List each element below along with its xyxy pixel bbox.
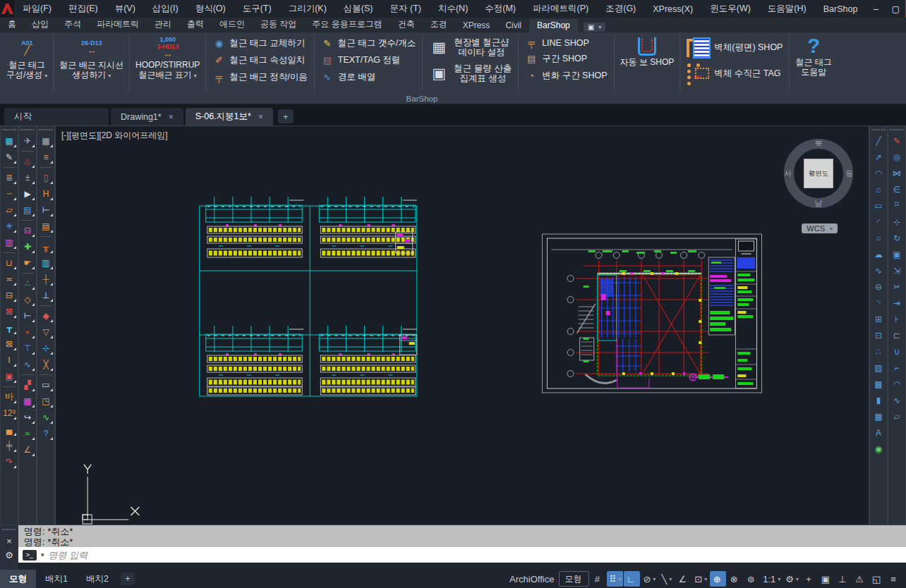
wave2-icon[interactable]: ∿ — [38, 409, 54, 425]
revcloud-icon[interactable]: ☁ — [871, 246, 886, 262]
beam-elevation-icon[interactable]: ⊟ — [1, 287, 17, 303]
chamfer-icon[interactable]: ⌐ — [889, 360, 905, 376]
toolbar-grip[interactable]: •••••• — [39, 126, 54, 133]
dynamic-input-toggle[interactable]: ⊡▾ — [692, 571, 709, 587]
erase-icon[interactable]: ✎ — [889, 133, 905, 149]
menu-item[interactable]: 조경(G) — [597, 0, 644, 18]
layout-tab-1[interactable]: 배치1 — [36, 570, 77, 588]
break-icon[interactable]: ⊏ — [889, 327, 905, 343]
sheet-icon[interactable]: ▭ — [38, 376, 54, 393]
x-box-icon[interactable]: ⊠ — [1, 336, 17, 352]
variable-section-shop-button[interactable]: ◔ 변화 구간 SHOP — [525, 70, 607, 82]
ribbon-tab[interactable]: 공동 작업 — [253, 17, 304, 32]
curve-arrow-icon[interactable]: ↷ — [1, 453, 17, 470]
rebar-tag-match-button[interactable]: ✐ 철근 태그 속성일치 — [212, 54, 307, 66]
isolate-objects-button[interactable]: ▣ — [819, 571, 835, 587]
wave-dots-icon[interactable]: ∿ — [20, 356, 35, 372]
ribbon-tab[interactable]: 관리 — [147, 17, 179, 32]
ribbon-tab[interactable]: 건축 — [390, 17, 423, 32]
blend-icon[interactable]: ∿ — [889, 392, 905, 408]
break-point-icon[interactable]: ⊦ — [889, 311, 905, 327]
command-prompt-icon[interactable]: >_ — [23, 550, 37, 561]
help2-icon[interactable]: ? — [38, 425, 54, 441]
ellipse-arc-icon[interactable]: ◝ — [871, 295, 886, 311]
toolbar-grip[interactable]: •••••• — [2, 126, 17, 133]
joint-icon[interactable]: ┼ — [38, 271, 54, 287]
document-tab[interactable]: Drawing1* × — [111, 108, 183, 125]
ribbon-tab[interactable]: XPress — [455, 19, 498, 32]
menu-item[interactable]: BarShop — [815, 0, 866, 18]
nav-south[interactable]: 남 — [815, 198, 823, 209]
object-snap-tracking-toggle[interactable]: ╲▾ — [658, 571, 675, 587]
i-beam-icon[interactable]: I — [1, 352, 17, 368]
menu-item[interactable]: 파라메트릭(P) — [524, 0, 597, 18]
viewport-label[interactable]: [-][평면도][2D 와이어프레임] — [61, 130, 168, 142]
airplane-icon[interactable]: ✈ — [20, 133, 35, 149]
ribbon-tab[interactable]: 삽입 — [24, 17, 56, 32]
site-rebar-data-button[interactable]: ▦ 현장별 철근샵데이타 설정 — [429, 37, 512, 57]
rebar-list-icon[interactable]: ≣ — [1, 169, 17, 185]
workspace-settings-gear[interactable]: ⚙▾ — [783, 571, 801, 587]
rail-icon[interactable]: ╥ — [38, 238, 54, 255]
isometric-drafting-toggle[interactable]: ∠ — [675, 571, 691, 587]
nav-east[interactable]: 동 — [845, 169, 853, 179]
h-beam-icon[interactable]: H — [38, 185, 54, 202]
menu-item[interactable]: 윈도우(W) — [701, 0, 759, 18]
ribbon-tab[interactable]: 파라메트릭 — [89, 17, 147, 32]
menu-item[interactable]: 뷰(V) — [107, 0, 144, 18]
status-menu-button[interactable]: ≡ — [886, 571, 902, 587]
join-icon[interactable]: ∪ — [889, 343, 905, 360]
view-navigation-wheel[interactable]: 북 동 남 서 평면도 — [784, 139, 853, 208]
ribbon-tab[interactable]: 주석 — [56, 17, 89, 32]
menu-item[interactable]: 형식(O) — [187, 0, 234, 18]
cursor-flash-icon[interactable]: ▶ — [20, 185, 35, 202]
toolbar-grip[interactable]: •••••• — [890, 126, 905, 133]
doc-edit-icon[interactable]: ✎ — [1, 149, 17, 165]
minimize-button[interactable]: – — [866, 0, 886, 18]
color-spectrum-icon[interactable]: ▥ — [1, 234, 17, 250]
person-add-icon[interactable]: ✚ — [20, 238, 35, 255]
layout-tab-model[interactable]: 모형 — [0, 570, 36, 588]
model-space-button[interactable]: 모형 — [559, 571, 589, 587]
menu-item[interactable]: 도구(T) — [234, 0, 280, 18]
wall-plan-shop-button[interactable]: 벽체(평면) SHOP — [687, 37, 783, 57]
nav-top-face[interactable]: 평면도 — [804, 159, 833, 188]
add-layout-button[interactable]: + — [121, 572, 135, 585]
walk-dim-icon[interactable]: ⊢ — [20, 307, 35, 324]
zigzag-icon[interactable]: ≈ — [20, 425, 35, 441]
rebar-tag-count-button[interactable]: ✎ 철근 태그 갯수/개소 — [321, 37, 416, 49]
wall-vertical-tag-button[interactable]: A01 벽체 수직근 TAG — [687, 63, 783, 83]
snap-mode-toggle[interactable]: ⠿▾ — [607, 571, 623, 587]
rebar-leader-create-button[interactable]: 26-D13↔ 철근 배근 지시선 생성하기▾ — [54, 33, 128, 93]
new-tab-button[interactable]: + — [278, 109, 294, 123]
insert-block-icon[interactable]: ⊞ — [871, 311, 886, 327]
wcs-dropdown[interactable]: WCS▾ — [802, 223, 838, 233]
snowflake-icon[interactable]: ✳ — [1, 218, 17, 234]
menu-item[interactable]: 삽입(I) — [144, 0, 187, 18]
ribbon-tab[interactable]: 조경 — [423, 17, 455, 32]
trim-icon[interactable]: ✂ — [889, 278, 905, 295]
point-icon[interactable]: ∴ — [871, 343, 886, 360]
wipeout-icon[interactable]: ▮ — [871, 392, 886, 408]
command-input[interactable] — [49, 550, 902, 561]
col-icon[interactable]: ▤ — [38, 218, 54, 234]
auto-beam-shop-button[interactable]: 자동 보 SHOP — [615, 33, 680, 93]
line-shop-button[interactable]: ╤ LINE SHOP — [525, 37, 607, 48]
green-bars-icon[interactable]: ∴ — [20, 275, 35, 291]
create-block-icon[interactable]: ⊡ — [871, 327, 886, 343]
mirror-icon[interactable]: ⋈ — [889, 165, 905, 181]
diamond-icon[interactable]: ◇ — [20, 291, 35, 307]
column-section-icon[interactable]: ▣ — [1, 368, 17, 384]
table-icon[interactable]: ▦ — [871, 408, 886, 424]
channel-section-icon[interactable]: ⊔ — [1, 255, 17, 271]
object-snap-toggle[interactable]: ⊕ — [710, 571, 726, 587]
rebar-tag-swap-button[interactable]: ◉ 철근 태그 교체하기 — [212, 37, 307, 49]
dotted-square-icon[interactable]: ▫ — [20, 324, 35, 340]
bench-icon[interactable]: ▄ — [1, 421, 17, 437]
tee-hatch-icon[interactable]: ┳ — [1, 319, 17, 336]
restore-button[interactable]: ▢ — [886, 0, 905, 18]
annotation-scale-button[interactable]: 1:1▾ — [761, 571, 783, 587]
point-style-icon[interactable]: ◉ — [871, 441, 886, 457]
menu-item[interactable]: 심볼(S) — [335, 0, 382, 18]
archioffice-workspace[interactable]: ArchiOffice — [507, 571, 558, 587]
